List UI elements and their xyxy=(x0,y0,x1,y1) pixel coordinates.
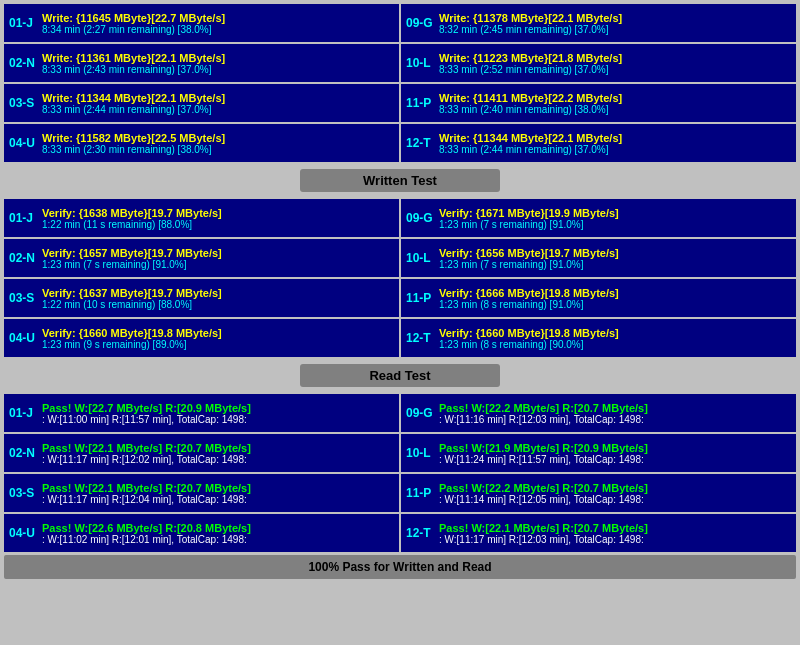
pass-12t-line2: : W:[11:17 min] R:[12:03 min], TotalCap:… xyxy=(439,534,791,545)
written-test-header-row: Written Test xyxy=(4,165,796,196)
write-09g-line2: 8:32 min (2:45 min remaining) [37.0%] xyxy=(439,24,791,35)
verify-row-4: 04-U Verify: {1660 MByte}[19.8 MByte/s] … xyxy=(4,319,796,357)
verify-03s-line1: Verify: {1637 MByte}[19.7 MByte/s] xyxy=(42,287,394,299)
write-section: 01-J Write: {11645 MByte}[22.7 MByte/s] … xyxy=(4,4,796,162)
write-row-3: 03-S Write: {11344 MByte}[22.1 MByte/s] … xyxy=(4,84,796,122)
pass-section: 01-J Pass! W:[22.7 MByte/s] R:[20.9 MByt… xyxy=(4,394,796,552)
label-03s-pass: 03-S xyxy=(9,486,39,500)
cell-11p-verify: 11-P Verify: {1666 MByte}[19.8 MByte/s] … xyxy=(401,279,796,317)
write-01j-line2: 8:34 min (2:27 min remaining) [38.0%] xyxy=(42,24,394,35)
pass-row-3: 03-S Pass! W:[22.1 MByte/s] R:[20.7 MByt… xyxy=(4,474,796,512)
read-test-header-row: Read Test xyxy=(4,360,796,391)
pass-01j-line1: Pass! W:[22.7 MByte/s] R:[20.9 MByte/s] xyxy=(42,402,394,414)
pass-10l-line2: : W:[11:24 min] R:[11:57 min], TotalCap:… xyxy=(439,454,791,465)
verify-09g-line2: 1:23 min (7 s remaining) [91.0%] xyxy=(439,219,791,230)
write-03s-line1: Write: {11344 MByte}[22.1 MByte/s] xyxy=(42,92,394,104)
write-03s-line2: 8:33 min (2:44 min remaining) [37.0%] xyxy=(42,104,394,115)
cell-02n-verify: 02-N Verify: {1657 MByte}[19.7 MByte/s] … xyxy=(4,239,399,277)
verify-section: 01-J Verify: {1638 MByte}[19.7 MByte/s] … xyxy=(4,199,796,357)
label-01j-verify: 01-J xyxy=(9,211,39,225)
cell-04u-write: 04-U Write: {11582 MByte}[22.5 MByte/s] … xyxy=(4,124,399,162)
label-09g-verify: 09-G xyxy=(406,211,436,225)
pass-01j-line2: : W:[11:00 min] R:[11:57 min], TotalCap:… xyxy=(42,414,394,425)
verify-11p-line2: 1:23 min (8 s remaining) [91.0%] xyxy=(439,299,791,310)
verify-12t-line1: Verify: {1660 MByte}[19.8 MByte/s] xyxy=(439,327,791,339)
verify-04u-line2: 1:23 min (9 s remaining) [89.0%] xyxy=(42,339,394,350)
label-09g-pass: 09-G xyxy=(406,406,436,420)
cell-02n-write: 02-N Write: {11361 MByte}[22.1 MByte/s] … xyxy=(4,44,399,82)
verify-row-2: 02-N Verify: {1657 MByte}[19.7 MByte/s] … xyxy=(4,239,796,277)
cell-01j-write: 01-J Write: {11645 MByte}[22.7 MByte/s] … xyxy=(4,4,399,42)
verify-04u-line1: Verify: {1660 MByte}[19.8 MByte/s] xyxy=(42,327,394,339)
pass-04u-line2: : W:[11:02 min] R:[12:01 min], TotalCap:… xyxy=(42,534,394,545)
write-09g-line1: Write: {11378 MByte}[22.1 MByte/s] xyxy=(439,12,791,24)
write-01j-line1: Write: {11645 MByte}[22.7 MByte/s] xyxy=(42,12,394,24)
pass-03s-line2: : W:[11:17 min] R:[12:04 min], TotalCap:… xyxy=(42,494,394,505)
cell-09g-write: 09-G Write: {11378 MByte}[22.1 MByte/s] … xyxy=(401,4,796,42)
label-11p-pass: 11-P xyxy=(406,486,436,500)
write-12t-line2: 8:33 min (2:44 min remaining) [37.0%] xyxy=(439,144,791,155)
verify-09g-line1: Verify: {1671 MByte}[19.9 MByte/s] xyxy=(439,207,791,219)
label-11p-verify: 11-P xyxy=(406,291,436,305)
label-10l-pass: 10-L xyxy=(406,446,436,460)
pass-row-2: 02-N Pass! W:[22.1 MByte/s] R:[20.7 MByt… xyxy=(4,434,796,472)
verify-01j-line2: 1:22 min (11 s remaining) [88.0%] xyxy=(42,219,394,230)
verify-01j-line1: Verify: {1638 MByte}[19.7 MByte/s] xyxy=(42,207,394,219)
cell-01j-verify: 01-J Verify: {1638 MByte}[19.7 MByte/s] … xyxy=(4,199,399,237)
label-01j-write: 01-J xyxy=(9,16,39,30)
verify-12t-line2: 1:23 min (8 s remaining) [90.0%] xyxy=(439,339,791,350)
write-row-1: 01-J Write: {11645 MByte}[22.7 MByte/s] … xyxy=(4,4,796,42)
cell-09g-verify: 09-G Verify: {1671 MByte}[19.9 MByte/s] … xyxy=(401,199,796,237)
label-12t-pass: 12-T xyxy=(406,526,436,540)
verify-02n-line1: Verify: {1657 MByte}[19.7 MByte/s] xyxy=(42,247,394,259)
cell-04u-verify: 04-U Verify: {1660 MByte}[19.8 MByte/s] … xyxy=(4,319,399,357)
written-test-header: Written Test xyxy=(300,169,500,192)
write-10l-line2: 8:33 min (2:52 min remaining) [37.0%] xyxy=(439,64,791,75)
pass-12t-line1: Pass! W:[22.1 MByte/s] R:[20.7 MByte/s] xyxy=(439,522,791,534)
pass-02n-line1: Pass! W:[22.1 MByte/s] R:[20.7 MByte/s] xyxy=(42,442,394,454)
pass-09g-line1: Pass! W:[22.2 MByte/s] R:[20.7 MByte/s] xyxy=(439,402,791,414)
verify-03s-line2: 1:22 min (10 s remaining) [88.0%] xyxy=(42,299,394,310)
verify-10l-line2: 1:23 min (7 s remaining) [91.0%] xyxy=(439,259,791,270)
read-test-header: Read Test xyxy=(300,364,500,387)
pass-row-1: 01-J Pass! W:[22.7 MByte/s] R:[20.9 MByt… xyxy=(4,394,796,432)
pass-09g-line2: : W:[11:16 min] R:[12:03 min], TotalCap:… xyxy=(439,414,791,425)
cell-02n-pass: 02-N Pass! W:[22.1 MByte/s] R:[20.7 MByt… xyxy=(4,434,399,472)
write-02n-line1: Write: {11361 MByte}[22.1 MByte/s] xyxy=(42,52,394,64)
main-container: 01-J Write: {11645 MByte}[22.7 MByte/s] … xyxy=(0,0,800,583)
cell-03s-write: 03-S Write: {11344 MByte}[22.1 MByte/s] … xyxy=(4,84,399,122)
label-02n-verify: 02-N xyxy=(9,251,39,265)
cell-01j-pass: 01-J Pass! W:[22.7 MByte/s] R:[20.9 MByt… xyxy=(4,394,399,432)
label-12t-verify: 12-T xyxy=(406,331,436,345)
pass-02n-line2: : W:[11:17 min] R:[12:02 min], TotalCap:… xyxy=(42,454,394,465)
label-12t-write: 12-T xyxy=(406,136,436,150)
label-10l-write: 10-L xyxy=(406,56,436,70)
verify-row-1: 01-J Verify: {1638 MByte}[19.7 MByte/s] … xyxy=(4,199,796,237)
pass-04u-line1: Pass! W:[22.6 MByte/s] R:[20.8 MByte/s] xyxy=(42,522,394,534)
label-03s-write: 03-S xyxy=(9,96,39,110)
verify-11p-line1: Verify: {1666 MByte}[19.8 MByte/s] xyxy=(439,287,791,299)
pass-11p-line2: : W:[11:14 min] R:[12:05 min], TotalCap:… xyxy=(439,494,791,505)
cell-03s-pass: 03-S Pass! W:[22.1 MByte/s] R:[20.7 MByt… xyxy=(4,474,399,512)
pass-03s-line1: Pass! W:[22.1 MByte/s] R:[20.7 MByte/s] xyxy=(42,482,394,494)
footer-status: 100% Pass for Written and Read xyxy=(4,555,796,579)
verify-02n-line2: 1:23 min (7 s remaining) [91.0%] xyxy=(42,259,394,270)
pass-row-4: 04-U Pass! W:[22.6 MByte/s] R:[20.8 MByt… xyxy=(4,514,796,552)
write-12t-line1: Write: {11344 MByte}[22.1 MByte/s] xyxy=(439,132,791,144)
pass-10l-line1: Pass! W:[21.9 MByte/s] R:[20.9 MByte/s] xyxy=(439,442,791,454)
write-11p-line1: Write: {11411 MByte}[22.2 MByte/s] xyxy=(439,92,791,104)
cell-12t-write: 12-T Write: {11344 MByte}[22.1 MByte/s] … xyxy=(401,124,796,162)
write-row-2: 02-N Write: {11361 MByte}[22.1 MByte/s] … xyxy=(4,44,796,82)
label-04u-write: 04-U xyxy=(9,136,39,150)
write-04u-line1: Write: {11582 MByte}[22.5 MByte/s] xyxy=(42,132,394,144)
label-11p-write: 11-P xyxy=(406,96,436,110)
label-02n-pass: 02-N xyxy=(9,446,39,460)
verify-row-3: 03-S Verify: {1637 MByte}[19.7 MByte/s] … xyxy=(4,279,796,317)
label-01j-pass: 01-J xyxy=(9,406,39,420)
label-04u-pass: 04-U xyxy=(9,526,39,540)
label-04u-verify: 04-U xyxy=(9,331,39,345)
cell-10l-write: 10-L Write: {11223 MByte}[21.8 MByte/s] … xyxy=(401,44,796,82)
write-row-4: 04-U Write: {11582 MByte}[22.5 MByte/s] … xyxy=(4,124,796,162)
write-10l-line1: Write: {11223 MByte}[21.8 MByte/s] xyxy=(439,52,791,64)
cell-03s-verify: 03-S Verify: {1637 MByte}[19.7 MByte/s] … xyxy=(4,279,399,317)
